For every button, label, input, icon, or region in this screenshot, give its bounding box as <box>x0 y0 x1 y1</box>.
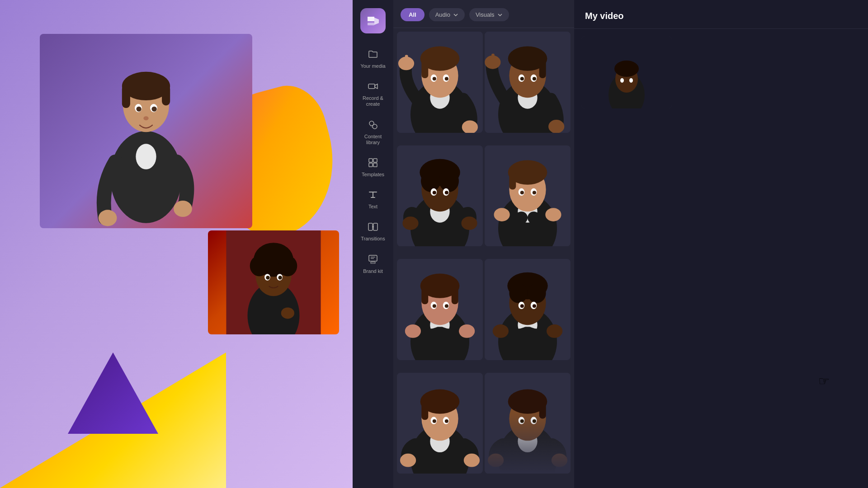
svg-point-85 <box>494 208 509 221</box>
svg-rect-5 <box>162 85 170 105</box>
svg-point-74 <box>461 216 477 230</box>
svg-point-105 <box>509 283 528 303</box>
svg-point-71 <box>433 191 436 194</box>
svg-point-123 <box>400 453 416 467</box>
svg-point-9 <box>151 107 156 112</box>
brand-kit-icon <box>367 253 379 266</box>
templates-icon <box>367 156 379 169</box>
transitions-icon <box>367 221 379 233</box>
main-video-preview[interactable] <box>40 34 252 228</box>
svg-point-111 <box>493 324 509 338</box>
svg-rect-54 <box>539 59 546 78</box>
svg-point-17 <box>250 255 269 276</box>
svg-point-21 <box>266 276 269 279</box>
visuals-label: Visuals <box>476 11 495 18</box>
filter-all-button[interactable]: All <box>401 8 425 21</box>
content-library-icon <box>367 118 379 131</box>
svg-point-98 <box>405 324 421 338</box>
svg-point-58 <box>533 77 536 80</box>
avatar-card-5[interactable] <box>397 259 483 360</box>
sidebar-templates-label: Templates <box>362 172 384 178</box>
svg-rect-24 <box>368 23 374 25</box>
svg-rect-118 <box>421 401 428 420</box>
my-video-content <box>574 29 868 116</box>
main-avatar-svg <box>40 34 252 228</box>
sidebar-brand-kit-label: Brand kit <box>363 268 382 274</box>
svg-point-83 <box>520 191 524 194</box>
text-icon <box>367 188 379 201</box>
sidebar-item-record-create[interactable]: Record &create <box>353 75 393 113</box>
svg-point-23 <box>281 307 294 319</box>
app-logo[interactable] <box>360 8 386 33</box>
avatars-grid <box>393 28 574 488</box>
svg-rect-35 <box>371 262 375 263</box>
filter-visuals-button[interactable]: Visuals <box>469 8 509 21</box>
svg-point-44 <box>433 77 436 80</box>
sidebar-item-brand-kit[interactable]: Brand kit <box>353 248 393 280</box>
sidebar-item-text[interactable]: Text <box>353 183 393 215</box>
svg-point-141 <box>614 61 639 77</box>
svg-point-96 <box>433 304 436 308</box>
svg-point-22 <box>278 276 282 279</box>
avatar-card-6[interactable] <box>485 259 571 360</box>
svg-point-1 <box>136 144 156 169</box>
sidebar: Your media Record &create Contentlibrary <box>353 0 393 488</box>
svg-point-124 <box>464 453 480 467</box>
svg-point-84 <box>533 191 536 194</box>
svg-rect-92 <box>421 286 428 305</box>
svg-point-122 <box>445 419 448 422</box>
svg-point-57 <box>520 77 524 80</box>
sidebar-item-your-media[interactable]: Your media <box>353 42 393 75</box>
svg-rect-80 <box>509 172 516 189</box>
svg-rect-137 <box>485 373 571 474</box>
svg-rect-32 <box>368 223 373 230</box>
sidebar-item-content-library[interactable]: Contentlibrary <box>353 113 393 151</box>
svg-rect-4 <box>122 85 130 108</box>
secondary-video-preview[interactable] <box>208 230 339 334</box>
record-icon <box>367 80 379 93</box>
svg-point-61 <box>548 120 564 132</box>
svg-point-27 <box>373 124 377 129</box>
chevron-down-icon <box>453 12 458 18</box>
svg-point-86 <box>545 208 561 221</box>
svg-point-142 <box>620 78 624 83</box>
avatar-card-7[interactable] <box>397 373 483 474</box>
svg-rect-33 <box>373 223 377 230</box>
svg-point-73 <box>402 216 418 230</box>
svg-point-67 <box>421 170 440 192</box>
avatar-card-3[interactable] <box>397 145 483 247</box>
avatar-card-4[interactable] <box>485 145 571 247</box>
panel-header: All Audio Visuals <box>393 0 574 28</box>
svg-point-68 <box>439 170 459 192</box>
avatar-card-1[interactable] <box>397 32 483 133</box>
my-video-panel: My video <box>574 0 868 488</box>
svg-point-8 <box>137 107 142 112</box>
svg-point-112 <box>547 324 562 338</box>
svg-rect-41 <box>421 59 428 78</box>
svg-point-143 <box>629 78 633 83</box>
sidebar-text-label: Text <box>368 204 377 210</box>
sidebar-your-media-label: Your media <box>360 63 385 69</box>
filter-audio-button[interactable]: Audio <box>429 8 465 21</box>
svg-rect-93 <box>452 286 458 305</box>
svg-point-45 <box>445 77 448 80</box>
avatar-card-2[interactable] <box>485 32 571 133</box>
avatar-card-8[interactable] <box>485 373 571 474</box>
svg-point-11 <box>99 210 117 226</box>
sidebar-item-templates[interactable]: Templates <box>353 151 393 183</box>
svg-point-12 <box>174 201 192 217</box>
sidebar-item-transitions[interactable]: Transitions <box>353 215 393 247</box>
my-video-thumbnail[interactable] <box>581 36 672 108</box>
svg-rect-25 <box>368 84 375 89</box>
svg-point-109 <box>520 304 524 308</box>
svg-rect-31 <box>373 163 377 167</box>
svg-point-97 <box>445 304 448 308</box>
sidebar-content-library-label: Contentlibrary <box>364 134 382 145</box>
svg-point-18 <box>278 255 297 276</box>
sidebar-record-label: Record &create <box>363 95 383 107</box>
svg-point-99 <box>459 324 475 338</box>
svg-rect-28 <box>369 159 373 162</box>
content-panel: All Audio Visuals <box>393 0 574 488</box>
svg-rect-47 <box>405 55 408 66</box>
audio-label: Audio <box>435 11 450 18</box>
